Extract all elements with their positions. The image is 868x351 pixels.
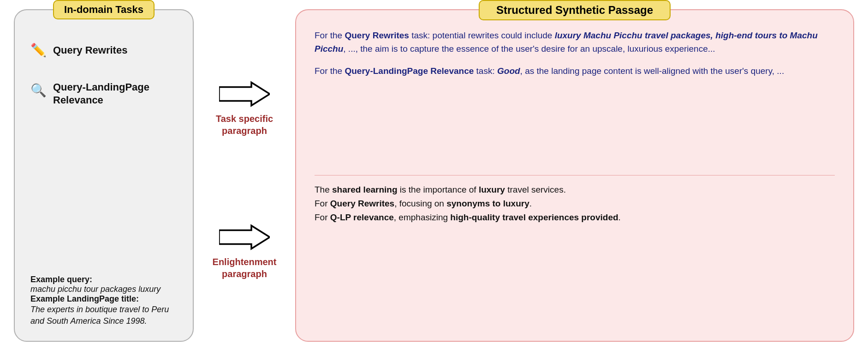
task2-label: Query-LandingPage Relevance bbox=[53, 81, 177, 106]
right-section-bottom: The shared learning is the importance of… bbox=[315, 176, 835, 327]
middle-arrows: Task specific paragraph Enlightenment pa… bbox=[194, 9, 295, 342]
section2-text: For the Query-LandingPage Relevance task… bbox=[315, 64, 835, 78]
task1-item: ✏️ Query Rewrites bbox=[30, 42, 177, 58]
task-paragraph-label: Task specific paragraph bbox=[194, 113, 295, 137]
example-query-value: machu picchu tour packages luxury bbox=[30, 284, 177, 294]
example-query-label: Example query: bbox=[30, 275, 177, 284]
task-arrow-group: Task specific paragraph bbox=[194, 80, 295, 137]
right-section-top: For the Query Rewrites task: potential r… bbox=[315, 24, 835, 176]
enlightenment-paragraph-label: Enlightenment paragraph bbox=[194, 256, 295, 280]
left-panel: In-domain Tasks ✏️ Query Rewrites 🔍 Quer… bbox=[14, 9, 194, 342]
task-arrow-icon bbox=[219, 80, 270, 108]
example-landing-label: Example LandingPage title: bbox=[30, 294, 177, 304]
left-title-badge: In-domain Tasks bbox=[53, 0, 155, 19]
svg-marker-0 bbox=[219, 83, 270, 106]
search-icon: 🔍 bbox=[30, 83, 47, 98]
example-landing-value: The experts in boutique travel to Peru a… bbox=[30, 304, 177, 327]
enlightenment-arrow-group: Enlightenment paragraph bbox=[194, 224, 295, 280]
main-container: In-domain Tasks ✏️ Query Rewrites 🔍 Quer… bbox=[14, 9, 854, 342]
task2-item: 🔍 Query-LandingPage Relevance bbox=[30, 81, 177, 106]
enlightenment-arrow-icon bbox=[219, 224, 270, 251]
right-panel: Structured Synthetic Passage For the Que… bbox=[295, 9, 854, 342]
pencil-icon: ✏️ bbox=[30, 42, 47, 58]
task1-label: Query Rewrites bbox=[53, 44, 127, 56]
example-section: Example query: machu picchu tour package… bbox=[30, 275, 177, 327]
svg-marker-1 bbox=[219, 226, 270, 249]
section1-text: For the Query Rewrites task: potential r… bbox=[315, 29, 835, 56]
section3-text: The shared learning is the importance of… bbox=[315, 183, 835, 225]
right-title-badge: Structured Synthetic Passage bbox=[479, 0, 671, 20]
